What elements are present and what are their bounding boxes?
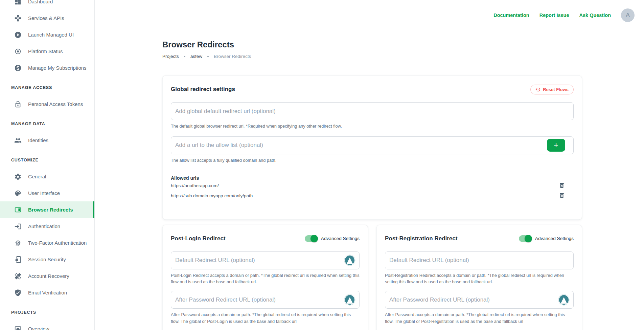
post-registration-advanced-settings-toggle[interactable] [519, 235, 532, 242]
password-manager-autofill-icon[interactable] [344, 294, 355, 306]
status-ring-icon [14, 48, 22, 55]
browser-redirects-icon [14, 206, 22, 214]
play-circle-icon [14, 31, 22, 39]
sidebar-item-label: Email Verification [28, 290, 67, 295]
ask-question-link[interactable]: Ask Question [579, 13, 611, 18]
sidebar-item-platform-status[interactable]: Platform Status [0, 43, 94, 60]
sidebar-item-session-security[interactable]: Session Security [0, 251, 94, 268]
bandage-icon [14, 272, 22, 280]
sidebar-item-account-recovery[interactable]: Account Recovery [0, 268, 94, 284]
add-url-button[interactable]: + [547, 139, 565, 152]
password-manager-autofill-icon[interactable] [558, 294, 570, 306]
sidebar-item-label: Launch Managed UI [28, 32, 74, 38]
sidebar-item-label: Authentication [28, 223, 60, 229]
allowed-url-row: https://anotherapp.com/ [171, 181, 574, 191]
allowed-url-row: https://sub.domain.myapp.com/only/path [171, 191, 574, 201]
documentation-link[interactable]: Documentation [493, 13, 529, 18]
breadcrumb-projects[interactable]: Projects [162, 54, 179, 59]
sidebar-item-label: User Interface [28, 190, 60, 196]
sidebar-item-label: Account Recovery [28, 273, 69, 279]
sidebar-item-user-interface[interactable]: User Interface [0, 185, 94, 201]
post-registration-after-password-input[interactable] [385, 291, 574, 309]
sidebar-section-manage-access: MANAGE ACCESS [0, 79, 94, 96]
allow-list-help-text: The allow list accepts a fully qualified… [171, 157, 574, 164]
sidebar-item-label: Two-Factor Authentication [28, 240, 87, 246]
sidebar-item-dashboard[interactable]: Dashboard [0, 0, 94, 10]
sidebar-item-label: Services & APIs [28, 15, 64, 21]
breadcrumb-project-name[interactable]: asfew [190, 54, 202, 59]
post-login-after-password-input[interactable] [171, 291, 360, 309]
sidebar-item-services-apis[interactable]: Services & APIs [0, 10, 94, 26]
sidebar-item-identities[interactable]: Identities [0, 132, 94, 149]
page-content: Browser Redirects Projects asfew Browser… [162, 40, 582, 330]
post-registration-default-redirect-input[interactable] [385, 251, 574, 269]
post-login-redirect-card: Post-Login Redirect Advanced Settings Po… [162, 225, 368, 330]
shield-check-icon [14, 289, 22, 296]
post-registration-after-help-text: After Password accepts a domain or path.… [385, 311, 574, 325]
sidebar: Dashboard Services & APIs Launch Managed… [0, 0, 95, 330]
breadcrumb-separator [184, 56, 185, 57]
trash-icon [558, 192, 565, 199]
dashboard-icon [14, 0, 22, 5]
sidebar-item-manage-my-subscriptions[interactable]: Manage My Subscriptions [0, 60, 94, 76]
people-icon [14, 137, 22, 144]
main-area: Documentation Report Issue Ask Question … [95, 0, 644, 330]
fingerprint-icon [14, 239, 22, 247]
sidebar-item-general[interactable]: General [0, 168, 94, 185]
sidebar-item-label: Session Security [28, 257, 66, 262]
history-icon [535, 87, 540, 92]
sidebar-item-label: Personal Access Tokens [28, 101, 83, 107]
delete-url-button[interactable] [558, 192, 566, 200]
global-default-redirect-input[interactable] [171, 102, 574, 120]
sidebar-item-email-verification[interactable]: Email Verification [0, 284, 94, 301]
page-title: Browser Redirects [162, 40, 582, 49]
allow-list-url-input[interactable] [171, 136, 574, 154]
sidebar-item-label: Browser Redirects [28, 207, 73, 213]
allowed-urls-title: Allowed urls [171, 175, 574, 181]
sidebar-item-label: General [28, 174, 46, 179]
sidebar-section-manage-data: MANAGE DATA [0, 115, 94, 132]
report-issue-link[interactable]: Report Issue [539, 13, 569, 18]
sidebar-item-label: Overview [28, 326, 49, 330]
sidebar-item-label: Identities [28, 137, 48, 143]
password-manager-autofill-icon[interactable] [344, 255, 355, 266]
post-registration-redirect-card: Post-Registration Redirect Advanced Sett… [376, 225, 582, 330]
advanced-settings-label: Advanced Settings [321, 236, 360, 241]
services-icon [14, 15, 22, 22]
trash-icon [558, 182, 565, 189]
toggle-knob [310, 235, 318, 242]
login-icon [14, 223, 22, 230]
post-login-default-redirect-input[interactable] [171, 251, 360, 269]
sidebar-item-label: Dashboard [28, 0, 53, 4]
delete-url-button[interactable] [558, 182, 566, 190]
global-redirect-settings-card: Global redirect settings Reset Flows The… [162, 75, 582, 220]
topbar: Documentation Report Issue Ask Question … [95, 0, 644, 22]
post-login-card-title: Post-Login Redirect [171, 235, 226, 242]
allowed-url-text: https://sub.domain.myapp.com/only/path [171, 193, 253, 198]
cloud-box-icon [14, 325, 22, 330]
post-registration-card-title: Post-Registration Redirect [385, 235, 457, 242]
breadcrumb: Projects asfew Browser Redirects [162, 54, 582, 59]
avatar[interactable]: A [621, 8, 635, 22]
sidebar-item-personal-access-tokens[interactable]: Personal Access Tokens [0, 96, 94, 112]
sidebar-item-browser-redirects[interactable]: Browser Redirects [0, 201, 94, 218]
breadcrumb-current: Browser Redirects [214, 54, 251, 59]
lock-open-icon [14, 101, 22, 108]
sidebar-item-label: Platform Status [28, 48, 63, 54]
post-login-after-help-text: After Password accepts a domain or path.… [171, 311, 360, 325]
phone-lock-icon [14, 256, 22, 263]
global-default-help-text: The default global browser redirect url.… [171, 123, 574, 130]
palette-icon [14, 190, 22, 197]
sidebar-item-launch-managed-ui[interactable]: Launch Managed UI [0, 26, 94, 43]
reset-flows-button[interactable]: Reset Flows [530, 85, 574, 94]
sidebar-item-authentication[interactable]: Authentication [0, 218, 94, 235]
sidebar-item-label: Manage My Subscriptions [28, 65, 87, 71]
post-login-advanced-settings-toggle[interactable] [305, 235, 318, 242]
sidebar-item-overview[interactable]: Overview [0, 321, 94, 330]
dollar-circle-icon [14, 64, 22, 72]
post-login-default-help-text: Post-Login Redirect accepts a domain or … [171, 272, 360, 286]
post-registration-default-help-text: Post-Registration Redirect accepts a dom… [385, 272, 574, 286]
sidebar-item-two-factor-authentication[interactable]: Two-Factor Authentication [0, 235, 94, 251]
flow-cards-row: Post-Login Redirect Advanced Settings Po… [162, 225, 582, 330]
allowed-url-text: https://anotherapp.com/ [171, 183, 219, 188]
